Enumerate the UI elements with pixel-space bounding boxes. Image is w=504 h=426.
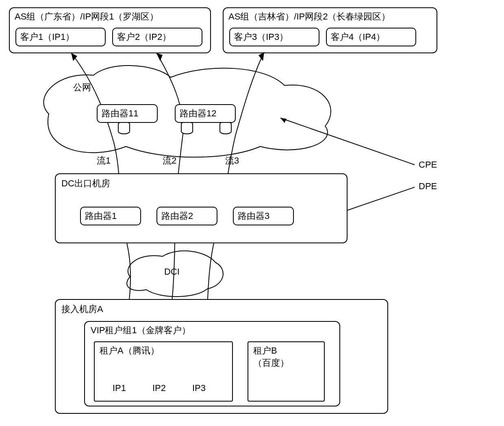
cpe-pointer [280, 118, 415, 165]
cpe-arrowhead [280, 118, 287, 123]
client-3: 客户3（IP3） [229, 28, 319, 46]
tenant-a-label: 租户A（腾讯） [100, 345, 159, 357]
flow-1-arrowhead [71, 53, 77, 61]
dpe-label: DPE [419, 181, 437, 192]
dci-label: DCI [164, 267, 180, 277]
tenant-a: 租户A（腾讯） IP1 IP2 IP3 [94, 341, 233, 402]
as-group-2: AS组（吉林省）/IP网段2（长春绿园区） 客户3（IP3） 客户4（IP4） [223, 7, 437, 53]
router-2: 路由器2 [156, 207, 217, 225]
flow-1-label: 流1 [97, 155, 111, 167]
client-4: 客户4（IP4） [326, 28, 416, 46]
public-net-label: 公网 [73, 81, 91, 94]
dc-exit-room: DC出口机房 路由器1 路由器2 路由器3 [55, 173, 348, 243]
flow-2-arrowhead [156, 53, 163, 61]
flow-3-label: 流3 [225, 155, 239, 167]
as-group-1-header: AS组（广东省）/IP网段1（罗湖区） [15, 11, 159, 23]
vip-group: VIP租户组1（金牌客户） 租户A（腾讯） IP1 IP2 IP3 租户B （百… [84, 321, 340, 406]
router-1: 路由器1 [80, 207, 141, 225]
tenant-b-label: 租户B （百度） [253, 345, 289, 369]
access-room-label: 接入机房A [61, 303, 103, 315]
cpe-label: CPE [419, 159, 437, 170]
tenant-a-ip3: IP3 [192, 383, 206, 393]
tenant-a-ip2: IP2 [152, 383, 166, 393]
dc-exit-label: DC出口机房 [61, 177, 110, 190]
client-1: 客户1（IP1） [15, 28, 106, 46]
vip-group-label: VIP租户组1（金牌客户） [91, 324, 191, 336]
router-11: 路由器11 [97, 104, 158, 123]
cylinder-icon [118, 122, 231, 134]
access-room-a: 接入机房A VIP租户组1（金牌客户） 租户A（腾讯） IP1 IP2 IP3 … [55, 299, 388, 414]
as-group-2-header: AS组（吉林省）/IP网段2（长春绿园区） [228, 11, 390, 23]
flow-3-arrowhead [259, 52, 264, 61]
as-group-1: AS组（广东省）/IP网段1（罗湖区） 客户1（IP1） 客户2（IP2） [9, 7, 211, 53]
tenant-a-ip1: IP1 [113, 383, 126, 393]
router-3: 路由器3 [233, 207, 294, 225]
tenant-b: 租户B （百度） [248, 341, 325, 402]
flow-2-label: 流2 [163, 155, 176, 167]
router-12: 路由器12 [175, 104, 236, 123]
client-2: 客户2（IP2） [112, 28, 202, 46]
